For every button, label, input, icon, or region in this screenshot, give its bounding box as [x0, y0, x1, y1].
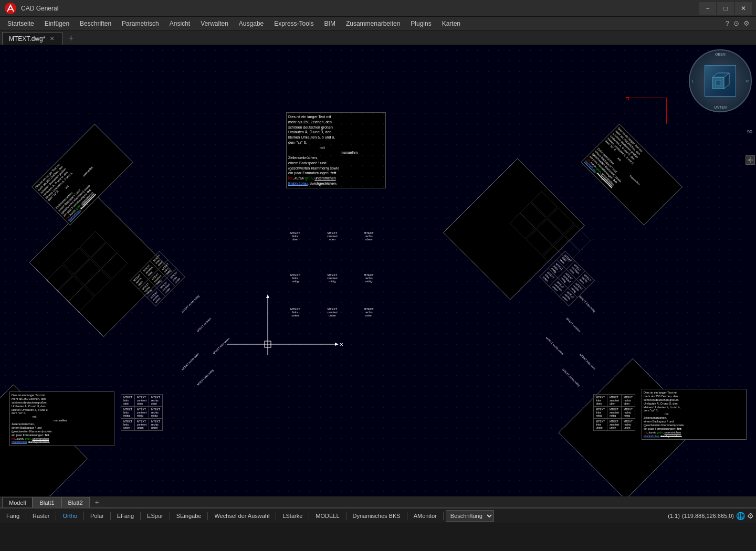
menu-item-plugins[interactable]: Plugins — [405, 17, 436, 30]
mtext-links-unten: MTEXTlinksunten — [290, 308, 300, 317]
diag-right-mtext-2: MTEXT zentriert — [565, 317, 581, 333]
menu-item-bim[interactable]: BIM — [319, 17, 341, 30]
settings-icon[interactable]: ⚙ — [743, 19, 750, 27]
diag-left-mtext-3: MTEXT links unten — [212, 337, 230, 355]
close-button[interactable]: ✕ — [735, 2, 752, 15]
main-text-block: Dies ist ein langer Text mitmehr als 250… — [286, 112, 386, 188]
sidebar-right-angle: 90 — [744, 129, 755, 134]
menu-item-expresstools[interactable]: Express-Tools — [269, 17, 319, 30]
bottom-right-text-block: Dies ist ein langer Text mitmehr als 250… — [642, 389, 747, 440]
svg-rect-16 — [58, 276, 83, 302]
right-rot-text-block: Dies ist ein langer Text mitmehr als 250… — [581, 124, 682, 226]
mtext-rechts-oben: MTEXTrechtsoben — [364, 231, 374, 241]
status-fang[interactable]: Fang — [2, 510, 24, 522]
status-dynbks[interactable]: Dynamisches BKS — [349, 510, 405, 522]
minimize-button[interactable]: − — [699, 2, 716, 15]
bottom-left-text-block: Dies ist ein langer Text mitmehr als 250… — [9, 391, 114, 446]
tab-mtext[interactable]: MTEXT.dwg* ✕ — [2, 32, 62, 45]
svg-marker-7 — [266, 294, 269, 298]
sheet-tab-blatt2[interactable]: Blatt2 — [61, 497, 90, 507]
sheet-tab-blatt1[interactable]: Blatt1 — [33, 497, 61, 507]
titlebar: CAD General − □ ✕ — [0, 0, 756, 17]
sep11 — [407, 512, 407, 520]
beschriftung-dropdown[interactable]: Beschriftung — [446, 510, 494, 522]
svg-rect-25 — [520, 203, 546, 228]
mtext-zentriert-unten: MTEXTzentriertunten — [327, 308, 338, 317]
menu-item-startseite[interactable]: Startseite — [2, 17, 39, 30]
sheettabs: Modell Blatt1 Blatt2 + — [0, 496, 756, 508]
menu-item-beschriften[interactable]: Beschriften — [75, 17, 117, 30]
app-logo — [4, 2, 17, 15]
app-title: CAD General — [21, 5, 699, 12]
status-seingabe[interactable]: SEingabe — [172, 510, 206, 522]
svg-point-35 — [749, 159, 751, 161]
diag-right-mtext-5: MTEXT rechts mittig — [561, 368, 580, 387]
menubar: Startseite Einfügen Beschriften Parametr… — [0, 17, 756, 30]
menu-item-karten[interactable]: Karten — [437, 17, 466, 30]
globe-icon[interactable]: 🌐 — [736, 512, 745, 520]
status-modell[interactable]: MODELL — [311, 510, 343, 522]
svg-rect-28 — [510, 213, 536, 239]
scale-label: (1:1) — [668, 513, 680, 519]
tab-label: MTEXT.dwg* — [9, 35, 45, 43]
svg-rect-15 — [80, 231, 106, 257]
svg-rect-19 — [68, 287, 94, 312]
menu-item-zusammenarbeiten[interactable]: Zusammenarbeiten — [341, 17, 405, 30]
sidebar-settings-icon[interactable] — [746, 155, 755, 165]
diag-right-mtext-3: MTEXT rechts unten — [545, 336, 565, 356]
svg-rect-22 — [531, 192, 557, 217]
sep2 — [56, 512, 56, 520]
sheet-tab-add[interactable]: + — [92, 497, 102, 507]
svg-rect-18 — [91, 242, 117, 268]
left-rot-text-block: Dies ist ein langer Text mitmehr als 250… — [32, 124, 133, 226]
diag-left-mtext-1: MTEXT rechts mittig — [181, 294, 200, 313]
status-right: (1:1) (119.886,126.665,0) 🌐 ⚙ — [668, 512, 754, 520]
maximize-button[interactable]: □ — [717, 2, 734, 15]
red-crosshair-line2 — [666, 98, 667, 124]
menu-item-verwalten[interactable]: Verwalten — [195, 17, 234, 30]
diag-right-mtext-1: MTEXT links mittig — [579, 295, 596, 313]
status-espur[interactable]: ESpur — [143, 510, 167, 522]
status-raster[interactable]: Raster — [28, 510, 54, 522]
svg-rect-20 — [85, 270, 110, 295]
sep8 — [276, 512, 276, 520]
svg-text:✕: ✕ — [339, 342, 343, 347]
mtext-rechts-unten: MTEXTrechtsunten — [364, 308, 374, 317]
status-polar[interactable]: Polar — [86, 510, 108, 522]
menu-right-icons: ? ⊙ ⚙ — [726, 19, 754, 27]
svg-rect-26 — [537, 219, 563, 245]
sheet-tab-modell[interactable]: Modell — [2, 497, 33, 507]
svg-rect-21 — [101, 253, 127, 279]
svg-rect-8 — [265, 341, 271, 347]
status-amonitor[interactable]: AMonitor — [410, 510, 441, 522]
diag-left-mtext-4: MTEXT rechts oben — [181, 352, 200, 371]
status-ortho[interactable]: Ortho — [58, 510, 81, 522]
coordinates-label: (119.886,126.665,0) — [682, 513, 734, 519]
diag-left-mtext-5: MTEXT links mittig — [196, 368, 214, 386]
bottom-left-mtext-cluster: MTEXTlinksoben MTEXTzentriertoben MTEXTr… — [121, 394, 163, 431]
menu-item-ansicht[interactable]: Ansicht — [164, 17, 195, 30]
svg-rect-14 — [63, 248, 89, 274]
mtext-links-oben: MTEXTlinksoben — [290, 231, 300, 241]
svg-marker-5 — [335, 343, 339, 346]
status-wechsel[interactable]: Wechsel der Auswahl — [210, 510, 274, 522]
tab-close-icon[interactable]: ✕ — [48, 35, 56, 43]
viewport-cube[interactable]: OBEN UNTEN L R — [689, 49, 752, 112]
status-lstaerke[interactable]: LStärke — [278, 510, 307, 522]
menu-item-ausgabe[interactable]: Ausgabe — [234, 17, 269, 30]
user-icon[interactable]: ⊙ — [733, 19, 739, 27]
statusbar: Fang Raster Ortho Polar EFang ESpur SEin… — [0, 508, 756, 523]
tabbar: MTEXT.dwg* ✕ + — [0, 30, 756, 45]
settings-icon[interactable]: ⚙ — [747, 512, 754, 520]
status-efang[interactable]: EFang — [113, 510, 138, 522]
menu-item-einfuegen[interactable]: Einfügen — [39, 17, 75, 30]
mtext-links-mittig: MTEXTlinksmittig — [290, 273, 300, 283]
sep12 — [443, 512, 444, 520]
tab-add-button[interactable]: + — [65, 32, 77, 45]
bottom-right-mtext-cluster: MTEXTlinksoben MTEXTzentriertoben MTEXTr… — [593, 394, 635, 431]
menu-item-parametrisch[interactable]: Parametrisch — [117, 17, 164, 30]
right-mtext-cluster: MTEXTlinksoben MTEXTzentriertoben MTEXTr… — [539, 251, 595, 306]
svg-rect-34 — [716, 80, 721, 86]
help-icon[interactable]: ? — [726, 19, 729, 27]
sep3 — [83, 512, 84, 520]
